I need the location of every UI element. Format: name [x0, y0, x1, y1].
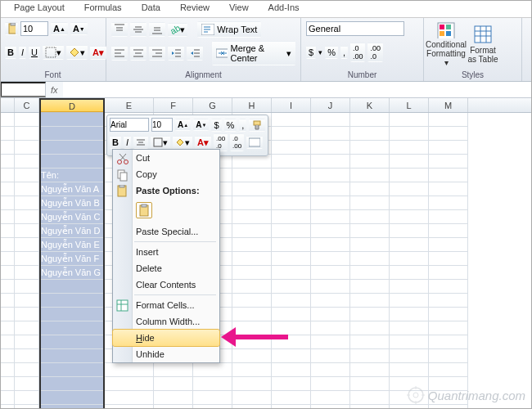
cell[interactable]	[15, 308, 39, 321]
row-header[interactable]	[0, 363, 15, 377]
tab-page-layout[interactable]: Page Layout	[4, 0, 74, 17]
cell[interactable]	[15, 141, 39, 155]
cell[interactable]	[15, 363, 39, 377]
cell[interactable]	[390, 238, 429, 252]
cell[interactable]	[39, 127, 105, 141]
cell[interactable]	[15, 224, 39, 238]
row-header[interactable]	[0, 280, 15, 294]
cell[interactable]	[429, 238, 468, 252]
cell[interactable]	[39, 308, 105, 321]
cell[interactable]	[311, 405, 350, 409]
cell[interactable]	[390, 113, 429, 127]
cell[interactable]	[390, 224, 429, 238]
cell[interactable]	[232, 308, 272, 321]
row-header[interactable]	[0, 182, 15, 196]
row-header[interactable]	[0, 266, 15, 280]
cell[interactable]	[272, 238, 311, 252]
cell[interactable]	[429, 210, 468, 224]
mini-shrink-font[interactable]: A▼	[193, 119, 209, 131]
cell[interactable]	[272, 308, 311, 321]
cell[interactable]	[105, 391, 154, 405]
cell[interactable]	[232, 169, 272, 182]
cell[interactable]	[350, 141, 390, 155]
row-header[interactable]	[0, 335, 15, 349]
row-header[interactable]	[0, 141, 15, 155]
cell[interactable]	[272, 196, 311, 210]
align-bottom-button[interactable]	[149, 22, 165, 37]
cell[interactable]	[311, 294, 350, 308]
cell[interactable]	[272, 127, 311, 141]
col-header-J[interactable]: J	[311, 98, 350, 112]
cell[interactable]	[350, 280, 390, 294]
number-format-select[interactable]	[306, 21, 404, 36]
cell[interactable]	[350, 308, 390, 321]
cell[interactable]	[193, 405, 232, 409]
cell[interactable]	[350, 252, 390, 266]
cell[interactable]	[39, 113, 105, 127]
cell[interactable]	[350, 266, 390, 280]
italic-button[interactable]: I	[19, 46, 26, 59]
cell[interactable]	[39, 391, 105, 405]
cell[interactable]	[15, 405, 39, 409]
cell[interactable]	[272, 266, 311, 280]
cell[interactable]	[429, 155, 468, 169]
bold-button[interactable]: B	[5, 46, 16, 59]
orientation-button[interactable]: ab▾	[168, 23, 187, 37]
cell[interactable]	[232, 238, 272, 252]
row-header[interactable]	[0, 210, 15, 224]
cell[interactable]	[105, 363, 154, 377]
row-header[interactable]	[0, 224, 15, 238]
cell[interactable]	[311, 391, 350, 405]
cell[interactable]	[429, 127, 468, 141]
cell[interactable]	[15, 377, 39, 391]
cell[interactable]	[350, 363, 390, 377]
cell[interactable]	[390, 196, 429, 210]
col-header-C[interactable]: C	[15, 98, 39, 112]
cell[interactable]	[390, 210, 429, 224]
mini-grow-font[interactable]: A▲	[175, 119, 191, 131]
cell[interactable]	[15, 391, 39, 405]
row-header[interactable]	[0, 308, 15, 321]
cell[interactable]	[154, 363, 193, 377]
cell[interactable]	[39, 377, 105, 391]
cell[interactable]	[15, 252, 39, 266]
fx-icon[interactable]: fx	[46, 85, 63, 95]
row-header[interactable]	[0, 321, 15, 335]
cell[interactable]	[390, 363, 429, 377]
cell[interactable]	[429, 224, 468, 238]
indent-inc-button[interactable]	[187, 46, 203, 61]
cell[interactable]	[272, 363, 311, 377]
ctx-insert[interactable]: Insert	[113, 244, 219, 260]
cell[interactable]	[15, 294, 39, 308]
cell[interactable]	[350, 169, 390, 182]
cell[interactable]	[311, 127, 350, 141]
tab-formulas[interactable]: Formulas	[74, 0, 132, 17]
tab-review[interactable]: Review	[170, 0, 219, 17]
cell[interactable]	[390, 335, 429, 349]
cell[interactable]	[232, 266, 272, 280]
cell[interactable]	[272, 155, 311, 169]
border-button[interactable]: ▾	[43, 45, 64, 60]
cell[interactable]	[350, 405, 390, 409]
col-header-F[interactable]: F	[154, 98, 193, 112]
conditional-formatting-button[interactable]: Conditional Formatting▾	[429, 21, 463, 67]
cell[interactable]: Nguyễn Văn D	[39, 224, 105, 238]
cell[interactable]	[311, 280, 350, 294]
cell[interactable]: Nguyễn Văn C	[39, 210, 105, 224]
ctx-format-cells[interactable]: Format Cells...	[113, 297, 219, 313]
merge-center-button[interactable]: Merge & Center ▾	[212, 41, 295, 65]
cell[interactable]	[429, 280, 468, 294]
ctx-paste-special[interactable]: Paste Special...	[113, 223, 219, 240]
cell[interactable]	[390, 169, 429, 182]
cell[interactable]	[390, 308, 429, 321]
cell[interactable]	[15, 169, 39, 182]
cell[interactable]	[193, 363, 232, 377]
cell[interactable]	[390, 141, 429, 155]
cell[interactable]	[39, 321, 105, 335]
mini-percent[interactable]: %	[224, 119, 237, 132]
cell[interactable]	[39, 280, 105, 294]
cell[interactable]	[429, 252, 468, 266]
row-header[interactable]	[0, 405, 15, 409]
cell[interactable]	[232, 280, 272, 294]
cell[interactable]: Nguyễn Văn F	[39, 252, 105, 266]
